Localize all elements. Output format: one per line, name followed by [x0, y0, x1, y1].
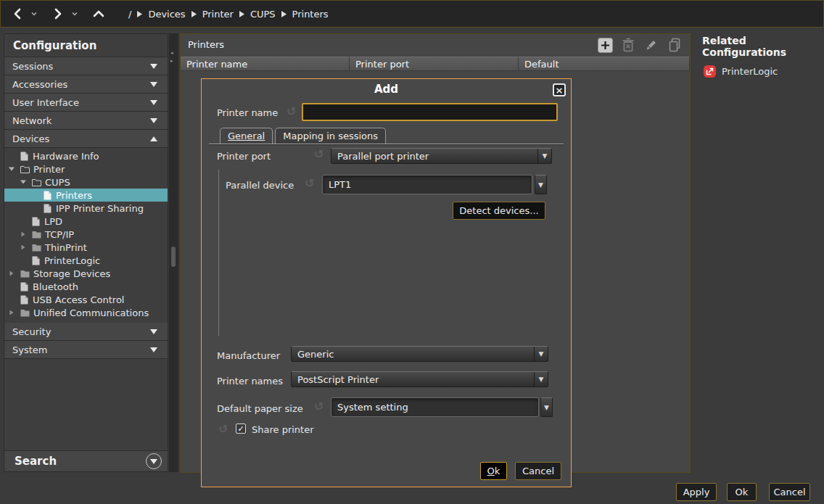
- sidebar-section-system[interactable]: System: [4, 341, 168, 359]
- sidebar-section-security[interactable]: Security: [4, 323, 168, 341]
- tree-item-storage-devices[interactable]: Storage Devices: [4, 267, 168, 280]
- up-level-button[interactable]: [91, 5, 107, 22]
- tree-item-unified-communications[interactable]: Unified Communications: [4, 306, 168, 319]
- tab-mapping-in-sessions[interactable]: Mapping in sessions: [275, 128, 386, 144]
- sidebar-section-sessions[interactable]: Sessions: [4, 57, 168, 75]
- plus-icon: [598, 38, 613, 53]
- parallel-device-dropdown-button[interactable]: ▼: [535, 175, 547, 194]
- tree-item-cups[interactable]: CUPS: [4, 175, 168, 189]
- collapse-triangle-icon: [150, 347, 157, 352]
- ok-label: Ok: [736, 487, 749, 497]
- expander-closed-icon[interactable]: [8, 270, 15, 276]
- detect-devices-button[interactable]: Detect devices...: [453, 202, 545, 220]
- printerlogic-link-icon: [704, 65, 716, 78]
- forward-chevron-icon: [53, 8, 63, 20]
- apply-label: Apply: [683, 487, 710, 497]
- tree-item-printer[interactable]: Printer: [4, 162, 168, 175]
- folder-icon: [20, 309, 30, 317]
- expander-open-icon[interactable]: [20, 179, 27, 185]
- reset-parallel-device-icon[interactable]: ↺: [305, 178, 314, 189]
- printer-names-select[interactable]: PostScript Printer ▼: [291, 371, 548, 387]
- tree-item-label: Unified Communications: [33, 307, 149, 318]
- folder-icon: [20, 270, 30, 278]
- tree-item-hardware-info[interactable]: Hardware Info: [4, 149, 168, 162]
- edit-button[interactable]: [643, 37, 659, 53]
- tree-item-usb-access-control[interactable]: USB Access Control: [4, 293, 168, 306]
- forward-button[interactable]: [50, 5, 66, 22]
- add-button[interactable]: [597, 37, 613, 53]
- breadcrumb-devices[interactable]: Devices: [148, 9, 185, 20]
- expander-closed-icon[interactable]: [20, 231, 27, 237]
- breadcrumb-printer[interactable]: Printer: [202, 9, 234, 20]
- manufacturer-select[interactable]: Generic ▼: [291, 346, 548, 362]
- breadcrumb-printers[interactable]: Printers: [292, 9, 329, 20]
- tree-item-printers-selected[interactable]: Printers: [4, 189, 168, 202]
- search-section[interactable]: Search: [4, 450, 168, 471]
- column-printer-name[interactable]: Printer name: [181, 57, 350, 71]
- reset-paper-size-icon[interactable]: ↺: [314, 402, 324, 412]
- printer-port-select[interactable]: Parallel port printer ▼: [331, 148, 552, 164]
- reset-printer-port-icon[interactable]: ↺: [314, 149, 324, 160]
- paper-size-dropdown-button[interactable]: ▼: [540, 397, 553, 417]
- tree-item-bluetooth[interactable]: Bluetooth: [4, 280, 168, 293]
- document-icon: [19, 282, 29, 292]
- tree-item-thinprint[interactable]: ThinPrint: [4, 241, 168, 254]
- copy-button[interactable]: [667, 37, 683, 53]
- breadcrumb-root[interactable]: /: [128, 9, 131, 20]
- tree-item-label: Storage Devices: [33, 268, 110, 279]
- close-button[interactable]: ×: [553, 83, 566, 96]
- splitter-arrows[interactable]: ◂ ▸: [170, 51, 173, 64]
- cancel-button[interactable]: Cancel: [769, 483, 810, 501]
- parallel-device-combobox[interactable]: LPT1: [322, 175, 532, 194]
- column-default[interactable]: Default: [519, 57, 690, 71]
- dialog-cancel-button[interactable]: Cancel: [515, 462, 561, 480]
- printer-names-label: Printer names: [217, 376, 283, 387]
- dialog-ok-label: Ok: [487, 466, 500, 476]
- ok-button[interactable]: Ok: [727, 483, 757, 501]
- tree-item-ipp-printer-sharing[interactable]: IPP Printer Sharing: [4, 202, 168, 215]
- chevron-down-icon: [31, 12, 37, 16]
- configuration-sidebar: Configuration Sessions Accessories User …: [4, 33, 168, 472]
- collapse-triangle-icon: [150, 82, 157, 87]
- paper-size-combobox[interactable]: System setting: [331, 397, 539, 417]
- forward-history-dropdown[interactable]: [70, 5, 79, 22]
- tab-general[interactable]: General: [220, 128, 273, 144]
- tree-item-label: Printers: [56, 190, 92, 201]
- expander-closed-icon[interactable]: [8, 310, 15, 315]
- tree-item-label: LPD: [44, 216, 62, 227]
- document-icon: [30, 256, 41, 265]
- sidebar-scrollbar[interactable]: ◂ ▸: [169, 33, 178, 472]
- tree-item-label: TCP/IP: [45, 229, 74, 240]
- sidebar-section-devices[interactable]: Devices: [4, 130, 168, 148]
- search-expand-button[interactable]: [146, 453, 162, 469]
- document-icon: [42, 204, 52, 213]
- delete-button[interactable]: [620, 37, 636, 53]
- related-item-printerlogic[interactable]: PrinterLogic: [695, 58, 824, 78]
- section-label: User Interface: [12, 97, 79, 108]
- breadcrumb-cups[interactable]: CUPS: [250, 9, 276, 20]
- apply-button[interactable]: Apply: [676, 483, 717, 501]
- dialog-ok-button[interactable]: Ok: [480, 462, 507, 480]
- app-window: / Devices Printer CUPS Printers Configur…: [0, 0, 824, 504]
- breadcrumb-arrow-icon: [191, 11, 197, 17]
- sidebar-section-network[interactable]: Network: [4, 112, 168, 130]
- printer-name-input[interactable]: [302, 103, 558, 121]
- dialog-title: Add: [202, 83, 571, 96]
- scrollbar-thumb[interactable]: [171, 247, 176, 267]
- share-printer-checkbox[interactable]: ✓: [236, 424, 246, 434]
- column-printer-port[interactable]: Printer port: [350, 57, 519, 71]
- tree-item-tcpip[interactable]: TCP/IP: [4, 228, 168, 241]
- tree-item-label: PrinterLogic: [44, 255, 100, 266]
- tree-item-lpd[interactable]: LPD: [4, 215, 168, 228]
- expander-closed-icon[interactable]: [20, 244, 27, 250]
- sidebar-section-accessories[interactable]: Accessories: [4, 75, 168, 94]
- collapse-triangle-icon: [150, 64, 157, 69]
- tree-item-printerlogic[interactable]: PrinterLogic: [4, 254, 168, 267]
- back-history-dropdown[interactable]: [30, 5, 38, 22]
- expander-open-icon[interactable]: [8, 166, 15, 172]
- reset-printer-name-icon[interactable]: ↺: [287, 107, 296, 117]
- back-button[interactable]: [9, 5, 25, 22]
- sidebar-section-user-interface[interactable]: User Interface: [4, 94, 168, 112]
- reset-share-printer-icon[interactable]: ↺: [218, 424, 228, 434]
- expand-triangle-icon: [150, 136, 157, 141]
